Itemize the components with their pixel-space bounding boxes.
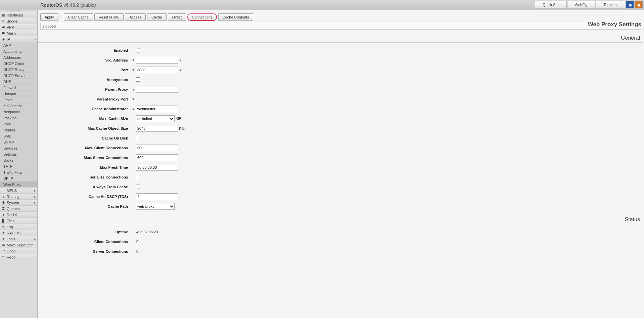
header-icon-orange[interactable]: ▣ <box>635 1 643 8</box>
sidebar-sub-kid-control[interactable]: Kid Control <box>0 103 37 109</box>
apply-button[interactable]: Apply <box>40 13 58 21</box>
reset-html-button[interactable]: Reset HTML <box>94 13 124 21</box>
sidebar-item-ip[interactable]: ◉IP▾ <box>0 36 37 42</box>
sidebar-item-label: RADIUS <box>7 231 21 235</box>
sidebar-icon: ↷ <box>1 255 5 259</box>
max-fresh-time-input[interactable] <box>136 164 178 171</box>
sidebar-item-ppp[interactable]: ⇄PPP <box>0 24 37 30</box>
cache-contents-button[interactable]: Cache Contents <box>218 13 254 21</box>
sidebar-sub-hotspot[interactable]: Hotspot <box>0 91 37 97</box>
sidebar-item-mesh[interactable]: ✱Mesh <box>0 30 37 36</box>
collapse-toggle-icon[interactable]: ▼ <box>131 97 136 101</box>
max-cache-size-select[interactable]: unlimited <box>136 115 175 122</box>
sidebar-icon: ☀ <box>1 231 5 235</box>
sidebar-item-label: Mesh <box>7 31 16 35</box>
sidebar-sub-firewall[interactable]: Firewall <box>0 85 37 91</box>
sidebar-sub-arp[interactable]: ARP <box>0 42 37 48</box>
client-conn-value: 0 <box>136 240 138 244</box>
sidebar-sub-web-proxy[interactable]: Web Proxy <box>0 182 37 188</box>
sidebar-item-mpls[interactable]: ○MPLS▸ <box>0 188 37 194</box>
sidebar-item-queues[interactable]: ≣Queues <box>0 206 37 212</box>
sidebar-sub-socks[interactable]: Socks <box>0 157 37 163</box>
webfig-button[interactable]: WebFig <box>567 1 595 8</box>
collapse-toggle-icon[interactable]: ▼ <box>131 58 136 62</box>
cache-path-select[interactable]: web-proxy <box>136 203 175 210</box>
port-label: Port <box>40 68 131 72</box>
access-button[interactable]: Access <box>125 13 145 21</box>
anonymous-checkbox[interactable] <box>136 77 140 82</box>
sidebar-sub-services[interactable]: Services <box>0 145 37 151</box>
sidebar-sub-smb[interactable]: SMB <box>0 133 37 139</box>
uptime-value: 45d 02:05:20 <box>136 230 158 234</box>
sidebar-item-interfaces[interactable]: ▦Interfaces <box>0 12 37 18</box>
chevron-down-icon: ▾ <box>34 38 36 41</box>
sidebar-icon: ⇄ <box>1 25 5 29</box>
quick-set-button[interactable]: Quick Set <box>535 1 566 8</box>
clear-cache-button[interactable]: Clear Cache <box>64 13 93 21</box>
sidebar-item-label: System <box>7 201 19 205</box>
sidebar-item-label: Routing <box>7 195 19 199</box>
sidebar-item-radius[interactable]: ☀RADIUS <box>0 230 37 236</box>
header-icon-blue[interactable]: ▣ <box>626 1 634 8</box>
main: Web Proxy Settings Apply Clear Cache Res… <box>38 10 644 318</box>
sidebar-sub-routes[interactable]: Routes <box>0 127 37 133</box>
sidebar-item-bridge[interactable]: ≡Bridge <box>0 18 37 24</box>
cache-admin-input[interactable] <box>136 106 178 112</box>
sidebar-item-make-supout-rif[interactable]: ✉Make Supout.rif <box>0 242 37 248</box>
cache-button[interactable]: Cache <box>147 13 167 21</box>
expand-toggle-icon[interactable]: ▲ <box>178 58 183 62</box>
serialize-checkbox[interactable] <box>136 175 140 179</box>
terminal-button[interactable]: Terminal <box>596 1 625 8</box>
chevron-right-icon: ▸ <box>34 201 36 204</box>
sidebar-item-routing[interactable]: ↳Routing▸ <box>0 194 37 200</box>
sidebar-sub-packing[interactable]: Packing <box>0 115 37 121</box>
sidebar-sub-traffic-flow[interactable]: Traffic Flow <box>0 169 37 175</box>
sidebar-sub-settings[interactable]: Settings <box>0 151 37 157</box>
sidebar-sub-pool[interactable]: Pool <box>0 121 37 127</box>
sidebar-sub-accounting[interactable]: Accounting <box>0 48 37 54</box>
cache-hit-dscp-input[interactable] <box>136 193 178 200</box>
sidebar-sub-dhcp-relay[interactable]: DHCP Relay <box>0 67 37 73</box>
sidebar-sub-tftp[interactable]: TFTP <box>0 163 37 169</box>
sidebar-item-label: Queues <box>7 207 20 211</box>
sidebar-item-system[interactable]: ⚙System▸ <box>0 200 37 206</box>
sidebar-icon: ● <box>1 213 5 217</box>
cache-hit-dscp-label: Cache Hit DSCP (TOS) <box>40 195 131 199</box>
sidebar-sub-neighbors[interactable]: Neighbors <box>0 109 37 115</box>
cache-on-disk-checkbox[interactable] <box>136 136 140 140</box>
parent-proxy-input[interactable] <box>136 86 178 93</box>
header-buttons: Quick Set WebFig Terminal ▣ ▣ <box>535 1 643 8</box>
sidebar-item-log[interactable]: ✎Log <box>0 224 37 230</box>
max-client-conn-input[interactable] <box>136 145 178 151</box>
sidebar-sub-ipsec[interactable]: IPsec <box>0 97 37 103</box>
always-from-cache-label: Always From Cache <box>40 185 131 189</box>
connections-button[interactable]: Connections <box>187 13 217 21</box>
expand-toggle-icon[interactable]: ▲ <box>131 107 136 111</box>
sidebar-sub-dhcp-server[interactable]: DHCP Server <box>0 73 37 79</box>
sidebar-sub-dhcp-client[interactable]: DHCP Client <box>0 61 37 67</box>
sidebar-item-tools[interactable]: ✦Tools▸ <box>0 236 37 242</box>
direct-button[interactable]: Direct <box>168 13 186 21</box>
sidebar-item-redo[interactable]: ↷Redo <box>0 254 37 260</box>
always-from-cache-checkbox[interactable] <box>136 185 140 189</box>
sidebar-sub-upnp[interactable]: UPnP <box>0 175 37 182</box>
src-address-input[interactable] <box>136 57 178 64</box>
chevron-right-icon: ▸ <box>34 237 36 241</box>
sidebar-sub-addresses[interactable]: Addresses <box>0 54 37 61</box>
sidebar-icon: ✦ <box>1 237 5 241</box>
port-input[interactable] <box>136 67 178 73</box>
sidebar-item-dot1x[interactable]: ●Dot1X <box>0 212 37 218</box>
expand-toggle-icon[interactable]: ▲ <box>131 88 136 91</box>
enabled-checkbox[interactable] <box>136 48 140 52</box>
sidebar-sub-snmp[interactable]: SNMP <box>0 139 37 145</box>
sidebar-icon: ▦ <box>1 13 5 17</box>
sidebar-item-label: Undo <box>7 249 15 253</box>
sidebar-sub-dns[interactable]: DNS <box>0 79 37 85</box>
sidebar-item-undo[interactable]: ↶Undo <box>0 248 37 254</box>
sidebar-item-label: Redo <box>7 255 15 259</box>
collapse-toggle-icon[interactable]: ▼ <box>131 68 136 72</box>
sidebar-item-files[interactable]: ▋Files <box>0 218 37 224</box>
max-server-conn-input[interactable] <box>136 154 178 161</box>
expand-toggle-icon[interactable]: ▲ <box>178 68 183 72</box>
max-cache-obj-input[interactable] <box>136 125 178 132</box>
